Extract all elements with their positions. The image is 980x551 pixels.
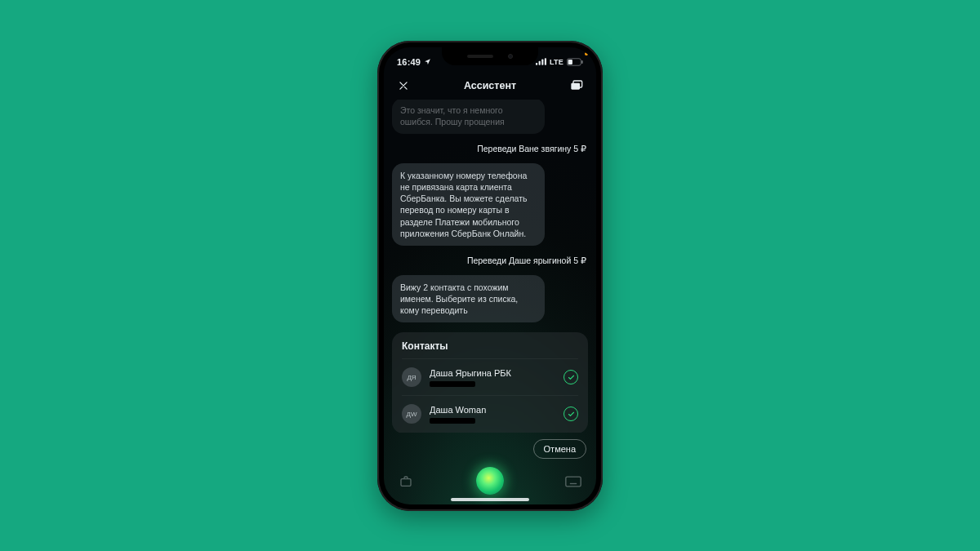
contact-row[interactable]: ДW Даша Woman (402, 395, 578, 432)
keyboard-button[interactable] (565, 476, 581, 491)
keyboard-icon (565, 476, 581, 487)
contact-row[interactable]: ДЯ Даша Ярыгина РБК (402, 358, 578, 395)
notch (442, 47, 538, 65)
avatar: ДЯ (402, 367, 421, 387)
assistant-message: Это значит, что я немного ошибся. Прошу … (392, 100, 545, 134)
battery-icon (567, 58, 583, 66)
sber-badge-icon (564, 407, 578, 421)
svg-rect-7 (571, 82, 580, 89)
svg-rect-3 (545, 58, 546, 65)
contact-sub-redacted (430, 418, 475, 424)
cellular-icon (536, 58, 546, 65)
page-title: Ассистент (464, 80, 516, 91)
close-button[interactable] (395, 78, 412, 94)
assistant-message: К указанному номеру телефона не привязан… (392, 163, 545, 246)
chat-scroll[interactable]: Это значит, что я немного ошибся. Прошу … (384, 100, 596, 433)
contact-name: Даша Woman (430, 405, 555, 415)
svg-rect-2 (541, 60, 543, 65)
contact-name: Даша Ярыгина РБК (430, 368, 555, 378)
nav-bar: Ассистент (384, 72, 596, 100)
quick-actions: Отмена (384, 433, 596, 465)
assistant-message: Вижу 2 контакта с похожим именем. Выбери… (392, 275, 545, 323)
cards-button[interactable] (568, 78, 585, 94)
network-label: LTE (550, 58, 564, 66)
user-message: Переведи Ване звягину 5 ₽ (475, 140, 588, 157)
screen: 16:49 LTE Ассистент Это значит, что я не… (384, 47, 596, 504)
close-icon (398, 80, 409, 91)
briefcase-icon (399, 475, 413, 488)
sber-badge-icon (564, 370, 578, 384)
location-icon (424, 58, 431, 65)
svg-rect-10 (566, 477, 581, 487)
contacts-card: Контакты ДЯ Даша Ярыгина РБК ДW Даша Wom… (392, 332, 588, 432)
svg-rect-6 (581, 60, 583, 64)
contact-sub-redacted (430, 381, 475, 387)
user-message: Переведи Даше ярыгиной 5 ₽ (466, 252, 588, 269)
svg-rect-0 (536, 63, 537, 65)
cancel-button[interactable]: Отмена (533, 439, 586, 459)
svg-rect-9 (401, 478, 411, 486)
svg-rect-1 (539, 61, 541, 65)
svg-rect-5 (568, 59, 572, 64)
phone-frame: 16:49 LTE Ассистент Это значит, что я не… (377, 41, 603, 511)
cards-icon (570, 80, 583, 91)
home-indicator[interactable] (451, 498, 529, 501)
briefcase-button[interactable] (399, 475, 413, 491)
avatar: ДW (402, 404, 421, 424)
recording-indicator-icon (585, 52, 588, 56)
assistant-orb-button[interactable] (476, 467, 504, 495)
status-time: 16:49 (397, 57, 421, 67)
contacts-card-title: Контакты (402, 340, 578, 352)
